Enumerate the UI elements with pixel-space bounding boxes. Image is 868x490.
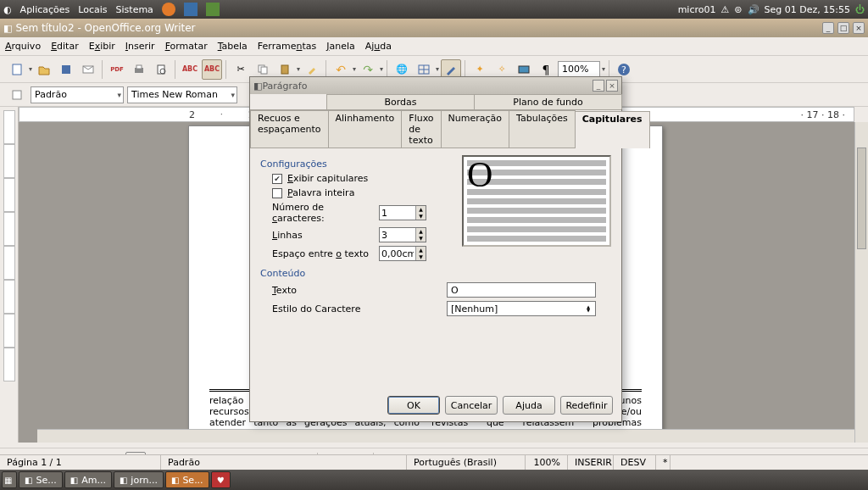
dialog-titlebar[interactable]: ◧ Parágrafo _ × [250,77,621,94]
print-button[interactable] [129,59,149,80]
font-combo[interactable]: Times New Roman [127,86,237,103]
menu-applications[interactable]: Aplicações [20,4,70,15]
menu-janela[interactable]: Janela [326,41,355,52]
window-title: Sem título2 - OpenOffice.org Writer [15,22,819,34]
menu-tabela[interactable]: Tabela [218,41,248,52]
svg-rect-8 [261,67,267,74]
new-doc-button[interactable] [7,59,27,80]
menu-ajuda[interactable]: Ajuda [365,41,392,52]
minimize-button[interactable]: _ [822,22,834,34]
show-desktop-button[interactable]: ▦ [2,471,17,488]
svg-rect-0 [13,64,21,75]
svg-rect-9 [281,65,288,74]
select-estilo-caractere[interactable]: [Nenhum] [447,301,596,316]
tab-plano-de-fundo[interactable]: Plano de fundo [474,94,622,109]
label-estilo-caractere: Estilo do Caractere [272,303,442,315]
dialog-button-row: OK Cancelar Ajuda Redefinir [250,389,621,421]
menubar: Arquivo Editar Exibir Inserir Formatar T… [0,37,868,56]
status-style: Padrão [161,455,407,470]
vertical-ruler [0,107,19,443]
checkbox-palavra-inteira[interactable] [272,188,282,198]
status-desv[interactable]: DESV [614,455,656,470]
status-page: Página 1 / 1 [0,455,161,470]
zoom-combo[interactable]: 100% [558,61,600,78]
save-button[interactable] [56,59,76,80]
warning-icon[interactable]: ⚠ [721,4,729,15]
menu-ferramentas[interactable]: Ferramentas [258,41,316,52]
label-espaco: Espaço entre o texto [272,248,374,259]
spinner-linhas[interactable]: ▲▼ [379,227,426,242]
status-modified: * [656,455,670,470]
input-texto[interactable] [447,282,596,298]
close-button[interactable]: × [853,22,865,34]
reset-button[interactable]: Redefinir [560,396,613,415]
help-button[interactable]: Ajuda [503,396,555,415]
menu-system[interactable]: Sistema [116,4,153,15]
open-button[interactable] [34,59,54,80]
ok-button[interactable]: OK [387,396,440,415]
svg-rect-4 [136,65,142,69]
pdf-export-button[interactable]: PDF [107,59,127,80]
app-icon[interactable] [206,3,220,16]
input-num-caracteres[interactable] [380,206,415,220]
dialog-tabs-row1: Bordas Plano de fundo [250,94,621,110]
user-label[interactable]: micro01 [678,4,716,15]
status-insert[interactable]: INSERIR [568,455,614,470]
svg-rect-13 [519,66,529,73]
menu-places[interactable]: Locais [78,4,107,15]
task-1[interactable]: ◧ Se... [19,471,63,488]
label-linhas: Linhas [272,230,374,241]
menu-inserir[interactable]: Inserir [125,41,155,52]
dropcap-preview: O [462,155,611,247]
status-lang: Português (Brasil) [407,455,526,470]
dialog-icon: ◧ [253,81,262,92]
spellcheck-button[interactable]: ABC [180,59,200,80]
spinner-espaco[interactable]: ▲▼ [379,246,426,261]
dialog-minimize-button[interactable]: _ [593,80,604,92]
tab-capitulares[interactable]: Capitulares [575,111,650,148]
label-exibir-capitulares: Exibir capitulares [287,173,368,184]
preview-button[interactable] [151,59,171,80]
app-icon: ◧ [3,23,12,34]
task-2[interactable]: ◧ Am... [64,471,112,488]
task-3[interactable]: ◧ jorn... [114,471,164,488]
maximize-button[interactable]: □ [837,22,849,34]
shutdown-icon[interactable]: ⏻ [855,4,865,15]
horizontal-scrollbar[interactable] [37,429,854,443]
email-button[interactable] [78,59,98,80]
tab-tabulacoes[interactable]: Tabulações [509,110,576,148]
ubuntu-logo-icon[interactable]: ◐ [3,4,12,15]
clock[interactable]: Seg 01 Dez, 15:55 [765,4,850,15]
volume-icon[interactable]: 🔊 [748,4,760,15]
menu-arquivo[interactable]: Arquivo [5,41,41,52]
tab-recuos[interactable]: Recuos e espaçamento [250,110,329,148]
tab-bordas[interactable]: Bordas [326,94,475,109]
tab-numeracao[interactable]: Numeração [441,110,509,148]
status-zoom[interactable]: 100% [526,455,568,470]
spinner-num-caracteres[interactable]: ▲▼ [379,205,426,220]
input-linhas[interactable] [380,228,415,242]
dialog-title-text: Parágrafo [262,81,591,92]
network-icon[interactable]: ⊚ [734,4,742,15]
dialog-close-button[interactable]: × [606,80,618,92]
task-5[interactable]: ♥ [211,471,231,488]
evolution-icon[interactable] [184,3,198,16]
tab-fluxo[interactable]: Fluxo de texto [401,110,441,148]
svg-rect-16 [13,91,21,99]
checkbox-exibir-capitulares[interactable] [272,174,282,184]
cut-button[interactable]: ✂ [231,59,251,80]
cancel-button[interactable]: Cancelar [445,396,498,415]
paragraph-style-combo[interactable]: Padrão [31,86,124,103]
firefox-icon[interactable] [162,3,175,16]
autospell-button[interactable]: ABC [202,59,222,80]
tab-alinhamento[interactable]: Alinhamento [328,110,403,148]
menu-formatar[interactable]: Formatar [165,41,208,52]
menu-editar[interactable]: Editar [51,41,79,52]
vertical-scrollbar[interactable] [854,122,868,443]
svg-rect-1 [62,65,70,74]
menu-exibir[interactable]: Exibir [89,41,115,52]
input-espaco[interactable] [380,247,415,260]
system-tray: micro01 ⚠ ⊚ 🔊 Seg 01 Dez, 15:55 ⏻ [678,4,865,15]
styles-button[interactable] [7,85,27,105]
task-4-active[interactable]: ◧ Se... [165,471,209,488]
